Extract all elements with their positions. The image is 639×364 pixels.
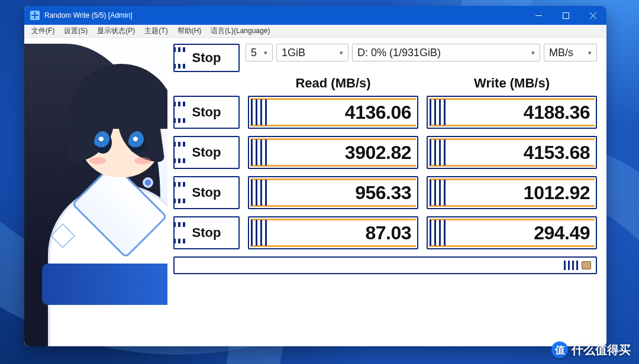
app-window: Random Write (5/5) [Admin] 文件(F) 设置(S) 显…: [24, 6, 606, 346]
minimize-button[interactable]: [525, 6, 552, 25]
chevron-down-icon: ▾: [531, 49, 535, 57]
run-all-button[interactable]: Stop: [173, 44, 240, 72]
write-value: 4153.68: [428, 137, 590, 168]
drive-select[interactable]: D: 0% (1/931GiB) ▾: [352, 44, 540, 61]
close-button[interactable]: [579, 6, 606, 25]
status-bar: [173, 256, 597, 274]
unit-value: MB/s: [549, 47, 573, 59]
theme-art-panel: [24, 38, 167, 346]
read-value: 4136.06: [249, 97, 411, 128]
result-row: Stop 87.03 294.49: [173, 216, 597, 249]
write-value-cell: 1012.92: [427, 176, 597, 209]
test-row-button[interactable]: Stop: [173, 176, 240, 209]
drive-value: D: 0% (1/931GiB): [357, 47, 441, 59]
menu-settings[interactable]: 设置(S): [59, 25, 92, 37]
app-icon: [30, 11, 40, 20]
titlebar[interactable]: Random Write (5/5) [Admin]: [24, 6, 606, 25]
menu-theme[interactable]: 主题(T): [140, 25, 172, 37]
test-size-select[interactable]: 1GiB ▾: [276, 44, 348, 61]
test-row-button[interactable]: Stop: [173, 96, 240, 129]
maximize-button[interactable]: [552, 6, 579, 25]
chevron-down-icon: ▾: [264, 49, 267, 57]
read-value: 87.03: [249, 217, 411, 248]
window-title: Random Write (5/5) [Admin]: [44, 11, 525, 20]
write-value: 294.49: [428, 217, 590, 248]
write-value: 4188.36: [428, 97, 590, 128]
svg-rect-0: [563, 12, 569, 18]
drive-icon: [582, 261, 591, 269]
read-value: 3902.82: [249, 137, 411, 168]
benchmark-panel: Stop 5 ▾ 1GiB ▾ D: 0% (1/931GiB) ▾: [167, 38, 606, 346]
write-value: 1012.92: [428, 177, 590, 208]
menu-help[interactable]: 帮助(H): [173, 25, 206, 37]
read-value-cell: 3902.82: [248, 136, 418, 169]
write-value-cell: 4153.68: [427, 136, 597, 169]
test-row-button[interactable]: Stop: [173, 136, 240, 169]
menu-file[interactable]: 文件(F): [27, 25, 59, 37]
unit-select[interactable]: MB/s ▾: [544, 44, 597, 61]
test-count-value: 5: [251, 47, 257, 59]
chevron-down-icon: ▾: [588, 49, 592, 57]
test-size-value: 1GiB: [282, 47, 305, 59]
chevron-down-icon: ▾: [340, 49, 343, 57]
write-value-cell: 294.49: [427, 216, 597, 249]
result-row: Stop 4136.06 4188.36: [173, 96, 597, 129]
desktop-wallpaper: Random Write (5/5) [Admin] 文件(F) 设置(S) 显…: [0, 0, 639, 364]
read-value-cell: 956.33: [248, 176, 418, 209]
menubar: 文件(F) 设置(S) 显示状态(P) 主题(T) 帮助(H) 语言(L)(La…: [24, 25, 606, 38]
result-row: Stop 956.33 1012.92: [173, 176, 597, 209]
column-header-write: Write (MB/s): [427, 76, 597, 91]
menu-status[interactable]: 显示状态(P): [92, 25, 140, 37]
read-value-cell: 87.03: [248, 216, 418, 249]
read-value: 956.33: [249, 177, 411, 208]
menu-language[interactable]: 语言(L)(Language): [206, 25, 275, 37]
test-row-button[interactable]: Stop: [173, 216, 240, 249]
test-count-select[interactable]: 5 ▾: [246, 44, 273, 61]
column-header-read: Read (MB/s): [248, 76, 418, 91]
write-value-cell: 4188.36: [427, 96, 597, 129]
read-value-cell: 4136.06: [248, 96, 418, 129]
result-row: Stop 3902.82 4153.68: [173, 136, 597, 169]
